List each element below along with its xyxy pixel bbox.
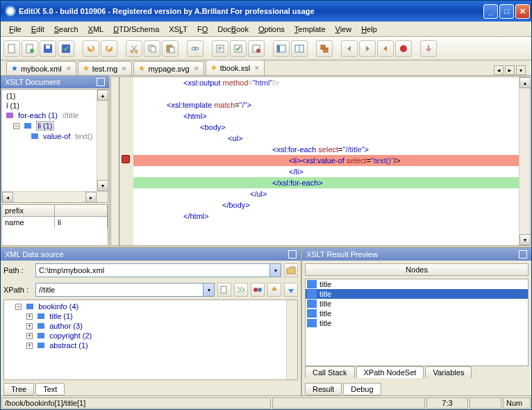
- menu-fo[interactable]: FO: [193, 24, 212, 35]
- tab-variables[interactable]: Variables: [425, 366, 472, 378]
- node-row[interactable]: title: [306, 309, 528, 318]
- properties-grid[interactable]: prefix nameli: [1, 204, 108, 246]
- tb-validate[interactable]: [230, 40, 247, 57]
- cell[interactable]: name: [2, 217, 55, 228]
- tab-tbook[interactable]: ★tbook.xsl✕: [206, 60, 265, 75]
- expand-icon[interactable]: +: [26, 343, 33, 349]
- menu-docbook[interactable]: DocBook: [213, 24, 253, 35]
- node-label[interactable]: bookinfo (4): [38, 302, 78, 311]
- tab-prev[interactable]: ◄: [494, 65, 504, 75]
- tb-undo[interactable]: [83, 40, 99, 57]
- tab-callstack[interactable]: Call Stack: [305, 366, 355, 378]
- tb-save[interactable]: [40, 40, 56, 57]
- xslt-tree[interactable]: (1) l (1) for-each (1) //title − li (1) …: [1, 89, 108, 203]
- tb-run[interactable]: [420, 40, 437, 57]
- close-icon[interactable]: ✕: [122, 65, 127, 72]
- menu-help[interactable]: Help: [357, 24, 381, 35]
- collapse-icon[interactable]: −: [13, 123, 19, 129]
- tab-result[interactable]: Result: [305, 383, 342, 395]
- tb-fwd[interactable]: [359, 40, 376, 57]
- expand-icon[interactable]: +: [26, 313, 33, 320]
- node-row[interactable]: title: [306, 299, 528, 309]
- xpath-btn1[interactable]: [217, 283, 231, 297]
- close-icon[interactable]: ✕: [194, 65, 199, 72]
- dropdown-icon[interactable]: ▾: [203, 284, 214, 296]
- node-label[interactable]: author (3): [49, 322, 83, 330]
- tb-redo[interactable]: [101, 40, 117, 57]
- menu-search[interactable]: Search: [50, 24, 83, 35]
- node-label[interactable]: copyright (2): [49, 331, 92, 340]
- tb-stop-red[interactable]: [377, 40, 394, 57]
- tb-cut[interactable]: [126, 40, 142, 57]
- tb-copy[interactable]: [144, 40, 160, 57]
- expand-icon[interactable]: +: [26, 333, 33, 339]
- tab-next[interactable]: ►: [505, 65, 515, 75]
- xpath-btn2[interactable]: [234, 283, 248, 297]
- tab-debug[interactable]: Debug: [343, 383, 381, 395]
- tb-back[interactable]: [341, 40, 358, 57]
- cell[interactable]: li: [55, 217, 108, 228]
- close-button[interactable]: ✕: [515, 4, 530, 19]
- tb-new-doc[interactable]: [22, 40, 38, 57]
- tb-side[interactable]: [273, 40, 290, 57]
- tab-mybook[interactable]: ★mybook.xml✕: [6, 61, 76, 75]
- scrollbar-h[interactable]: ◂▸: [2, 191, 108, 202]
- close-icon[interactable]: ✕: [66, 65, 72, 72]
- tb-save-check[interactable]: [58, 40, 74, 57]
- menu-edit[interactable]: Edit: [27, 24, 49, 35]
- maximize-button[interactable]: □: [499, 4, 514, 19]
- node-label[interactable]: li (1): [36, 121, 53, 131]
- expand-icon[interactable]: +: [26, 323, 33, 329]
- tb-paste[interactable]: [162, 40, 178, 57]
- tab-xpath-nodeset[interactable]: XPath NodeSet: [356, 366, 424, 378]
- nodes-list[interactable]: title title title title title: [305, 279, 529, 366]
- panel-toggle-icon[interactable]: [288, 250, 297, 259]
- tb-refresh[interactable]: [316, 40, 333, 57]
- browse-button[interactable]: [284, 263, 298, 277]
- tb-tree[interactable]: [248, 40, 265, 57]
- node-label[interactable]: title (1): [49, 312, 73, 320]
- xpath-input[interactable]: //title▾: [35, 283, 215, 297]
- breakpoint-icon[interactable]: [122, 155, 130, 163]
- menu-xml[interactable]: XML: [84, 24, 108, 35]
- scrollbar-v[interactable]: [286, 300, 297, 379]
- scrollbar-v[interactable]: ▴▾: [97, 90, 108, 202]
- tb-format[interactable]: [212, 40, 228, 57]
- tb-stop-orange[interactable]: [395, 40, 412, 57]
- menu-dtd[interactable]: DTD/Schema: [109, 24, 163, 35]
- xpath-up[interactable]: [267, 283, 281, 297]
- node-label[interactable]: abstract (1): [49, 341, 88, 350]
- panel-toggle-icon[interactable]: [97, 78, 105, 86]
- breakpoint-strip[interactable]: [119, 77, 133, 245]
- node-row[interactable]: title: [306, 318, 528, 328]
- menu-options[interactable]: Options: [254, 24, 289, 35]
- titlebar[interactable]: EditiX 5.0 - build 010906 - Registered v…: [1, 1, 531, 22]
- statusbar: /book/bookinfo[1]/title[1] 7:3 Num: [1, 395, 531, 409]
- scrollbar-v[interactable]: ▴▾: [519, 77, 530, 245]
- menu-template[interactable]: Template: [290, 24, 330, 35]
- tb-new-file[interactable]: [3, 40, 20, 57]
- collapse-icon[interactable]: −: [15, 304, 22, 310]
- code-editor[interactable]: <xsl:output method="html"/> <xsl:templat…: [110, 76, 531, 246]
- menu-file[interactable]: File: [5, 24, 26, 35]
- close-icon[interactable]: ✕: [254, 65, 260, 72]
- path-input[interactable]: C:\tmp\mybook.xml▾: [35, 263, 281, 277]
- xpath-down[interactable]: [284, 283, 298, 297]
- tab-mypage[interactable]: ★mypage.svg✕: [133, 61, 203, 75]
- tb-cols[interactable]: [291, 40, 308, 57]
- xpath-btn3[interactable]: [251, 283, 265, 297]
- menu-view[interactable]: View: [331, 24, 356, 35]
- tb-link[interactable]: [187, 40, 203, 57]
- menu-xslt[interactable]: XSLT: [165, 24, 192, 35]
- tab-tree[interactable]: Tree: [3, 383, 34, 395]
- dropdown-icon[interactable]: ▾: [269, 264, 281, 277]
- tab-text[interactable]: Text: [35, 383, 65, 395]
- tab-test[interactable]: ★test.rng✕: [78, 61, 133, 75]
- node-row[interactable]: title: [306, 289, 528, 299]
- panel-toggle-icon[interactable]: [519, 250, 527, 259]
- node-row[interactable]: title: [306, 279, 528, 289]
- minimize-button[interactable]: _: [483, 4, 498, 19]
- tab-list[interactable]: ▾: [516, 65, 526, 75]
- datasource-tree[interactable]: − bookinfo (4) + title (1) + author (3) …: [3, 300, 298, 380]
- fold-gutter[interactable]: [111, 77, 119, 245]
